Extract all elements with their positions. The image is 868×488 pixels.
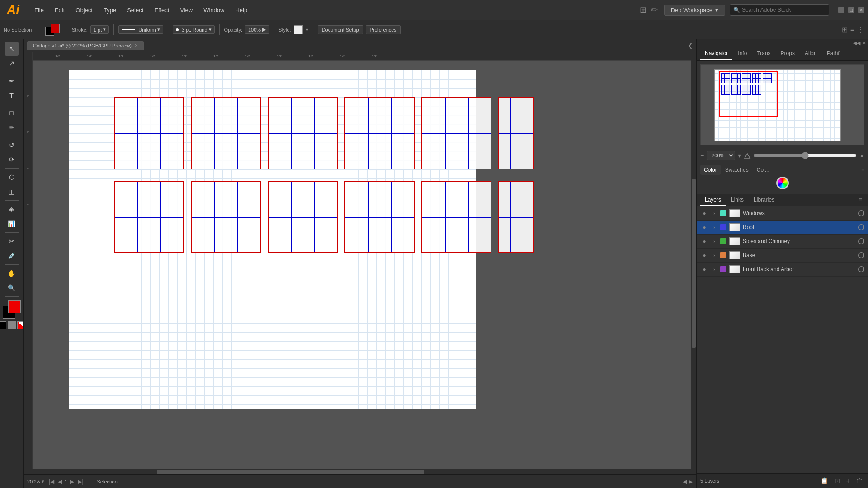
layer-vis-frontback[interactable]: ● [700,266,708,272]
color-tab-col[interactable]: Col... [753,165,773,175]
layer-expand-windows[interactable]: › [711,211,717,216]
slice-tool[interactable]: ✂ [5,235,19,248]
close-button[interactable]: ✕ [858,7,864,13]
layer-item-roof[interactable]: ● › Roof [697,221,868,235]
collapse-panel-btn[interactable]: ◀◀ [853,40,860,46]
vertical-scrollbar[interactable] [691,52,696,474]
menu-file[interactable]: File [30,5,48,15]
search-input[interactable] [730,4,829,16]
rotate-tool[interactable]: ↺ [5,138,19,152]
blend-tool[interactable]: ◈ [5,202,19,216]
zoom-out-icon[interactable]: − [700,152,704,159]
next-page-btn[interactable]: ▶ [69,478,75,486]
scrollbar-v-thumb[interactable] [692,179,696,348]
layer-expand-sides[interactable]: › [711,239,717,244]
canvas-content[interactable] [33,61,696,488]
selection-tool[interactable]: ↖ [5,42,19,56]
brush-dropdown[interactable]: 3 pt. Round ▾ [173,25,215,34]
black-swatch[interactable] [0,321,6,329]
menu-type[interactable]: Type [99,5,121,15]
zoom-chevron-icon[interactable]: ▾ [42,479,44,484]
foreground-color-swatch[interactable] [8,300,21,313]
menu-help[interactable]: Help [231,5,252,15]
close-panel-btn[interactable]: ✕ [862,40,866,46]
layer-expand-base[interactable]: › [711,253,717,258]
stroke-weight-dropdown[interactable]: 1 pt ▾ [90,25,109,34]
style-dropdown[interactable] [294,25,303,34]
panel-options-icon[interactable]: ⋮ [857,25,864,34]
menu-select[interactable]: Select [123,5,148,15]
menu-edit[interactable]: Edit [50,5,69,15]
rectangle-tool[interactable]: □ [5,106,19,120]
maximize-button[interactable]: □ [848,7,854,13]
layer-target-sides[interactable] [858,238,864,244]
delete-layer-btn[interactable]: 🗑 [854,476,864,485]
layer-expand-roof[interactable]: › [711,225,717,230]
layer-target-windows[interactable] [858,210,864,216]
color-tab-swatches[interactable]: Swatches [722,165,752,175]
prev-page-btn[interactable]: ◀ [57,478,63,486]
layer-target-roof[interactable] [858,224,864,230]
menu-window[interactable]: Window [199,5,229,15]
layer-expand-frontback[interactable]: › [711,267,717,272]
warp-tool[interactable]: ⟳ [5,153,19,166]
panel-toggle-right[interactable]: ❮ [688,42,693,49]
new-sublayer-btn[interactable]: 📋 [819,476,830,485]
chart-tool[interactable]: 📊 [5,217,19,230]
make-clipping-mask-btn[interactable]: ⊡ [833,476,842,485]
menu-effect[interactable]: Effect [150,5,174,15]
brush-icon[interactable]: ✏ [651,5,658,15]
chevron-down-zoom-icon[interactable]: ▾ [738,152,741,159]
tab-libraries[interactable]: Libraries [749,194,779,206]
align-left-icon[interactable]: ≡ [850,25,854,34]
document-tab[interactable]: Cottage v1.ai* @ 200% (RGB/GPU Preview) … [27,41,144,50]
type-tool[interactable]: T [5,89,19,102]
panel-options-icon[interactable]: ≡ [846,47,852,60]
style-chevron-icon[interactable]: ▾ [306,27,308,33]
layer-vis-roof[interactable]: ● [700,224,708,230]
tab-align[interactable]: Align [800,47,821,60]
direct-selection-tool[interactable]: ↗ [5,56,19,70]
eyedropper-tool[interactable]: 💉 [5,249,19,263]
layer-vis-base[interactable]: ● [700,252,708,258]
tab-links[interactable]: Links [726,194,748,206]
new-layer-btn[interactable]: + [844,476,852,485]
layer-vis-windows[interactable]: ● [700,210,708,216]
zoom-slider[interactable] [754,152,857,159]
color-panel-options[interactable]: ≡ [861,167,864,173]
layer-item-windows[interactable]: ● › Windows [697,206,868,221]
horizontal-scrollbar[interactable] [24,469,691,474]
pen-tool[interactable]: ✒ [5,74,19,88]
zoom-select[interactable]: 200% [707,151,735,160]
layer-item-sides[interactable]: ● › Sides and Chimney [697,235,868,249]
tab-layers[interactable]: Layers [700,194,726,206]
workspace-button[interactable]: Deb Workspace ▾ [664,5,725,16]
last-page-btn[interactable]: ▶| [77,478,84,486]
document-setup-button[interactable]: Document Setup [318,25,363,34]
layers-panel-options[interactable]: ≡ [857,194,864,206]
layer-item-frontback[interactable]: ● › Front Back and Arbor [697,263,868,277]
grid-view-icon[interactable]: ⊞ [842,25,848,34]
tab-info[interactable]: Info [733,47,751,60]
stroke-type-dropdown[interactable]: Uniform ▾ [118,25,163,34]
hand-tool[interactable]: ✋ [5,267,19,280]
canvas-left-arrow[interactable]: ◀ [683,479,687,485]
tab-props[interactable]: Props [776,47,799,60]
none-swatch[interactable] [17,321,24,329]
layer-target-base[interactable] [858,252,864,258]
zoom-tool[interactable]: 🔍 [5,281,19,295]
color-tab-color[interactable]: Color [700,165,721,175]
opacity-dropdown[interactable]: 100% ▶ [245,25,269,34]
tab-trans[interactable]: Trans [752,47,775,60]
first-page-btn[interactable]: |◀ [48,478,55,486]
close-tab-button[interactable]: ✕ [134,43,138,48]
menu-object[interactable]: Object [71,5,97,15]
preferences-button[interactable]: Preferences [366,25,401,34]
pencil-tool[interactable]: ✏ [5,121,19,134]
minimize-button[interactable]: − [838,7,844,13]
layer-item-base[interactable]: ● › Base [697,249,868,263]
gray-swatch[interactable] [8,321,16,329]
arrange-icon[interactable]: ⊞ [640,5,646,15]
menu-view[interactable]: View [175,5,197,15]
canvas-right-arrow[interactable]: ▶ [689,479,693,485]
